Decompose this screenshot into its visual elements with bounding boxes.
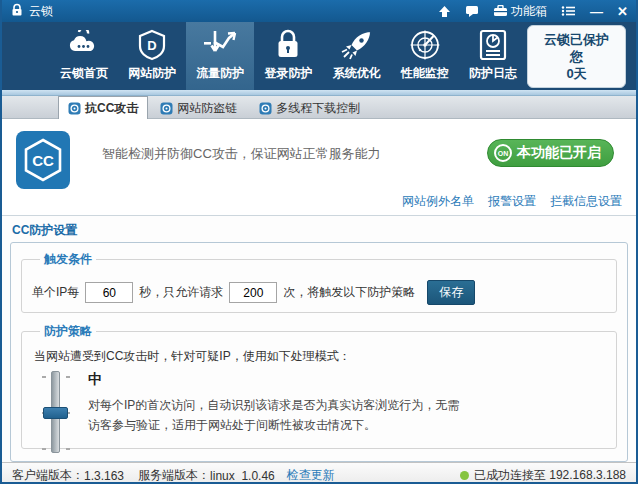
settings-section-title: CC防护设置: [12, 222, 628, 239]
nav-label-performance-monitor: 性能监控: [401, 65, 449, 82]
status-bar: 客户端版本： 1.3.163 服务端版本： linux_1.0.46 检查更新 …: [2, 462, 636, 484]
toolbox-label: 功能箱: [511, 3, 547, 20]
server-version-label: 服务端版本：: [138, 467, 210, 484]
briefcase-icon: [493, 5, 508, 17]
nav-label-traffic-protection: 流量防护: [196, 65, 244, 82]
svg-text:D: D: [148, 38, 157, 53]
tab-label-anti-cc: 抗CC攻击: [85, 100, 138, 117]
tab-shield-icon: [68, 102, 81, 115]
strategy-intro-text: 当网站遭受到CC攻击时，针对可疑IP，使用如下处理模式：: [34, 348, 606, 365]
menu-list-icon[interactable]: [561, 5, 576, 17]
client-version-label: 客户端版本：: [12, 467, 84, 484]
feedback-chat-icon[interactable]: [465, 5, 479, 17]
traffic-arrows-icon: [202, 27, 238, 63]
cc-hexagon-icon: CC: [16, 131, 70, 189]
feature-enabled-button[interactable]: ON 本功能已开启: [487, 139, 614, 167]
nav-label-system-optimize: 系统优化: [333, 65, 381, 82]
nav-item-home[interactable]: 云锁首页: [50, 22, 118, 90]
trigger-label-3: 次，将触发以下防护策略: [283, 284, 415, 301]
strategy-description-line1: 对每个IP的首次访问，自动识别该请求是否为真实访客浏览行为，无需: [88, 395, 459, 415]
feature-header: CC 智能检测并防御CC攻击，保证网站正常服务能力 ON 本功能已开启 网站例外…: [2, 119, 636, 215]
slider-tick: [42, 448, 46, 450]
nav-item-traffic-protection[interactable]: 流量防护: [186, 22, 254, 90]
tab-shield-icon: [259, 102, 272, 115]
link-website-exception-list[interactable]: 网站例外名单: [402, 193, 474, 210]
slider-tick: [66, 376, 70, 378]
app-lock-icon: [10, 3, 24, 20]
app-title: 云锁: [29, 3, 53, 20]
slider-handle[interactable]: [43, 407, 68, 419]
trigger-label-1: 单个IP每: [32, 284, 79, 301]
on-toggle-icon: ON: [494, 144, 512, 162]
connection-status-text: 已成功连接至 192.168.3.188: [474, 467, 626, 484]
link-alarm-settings[interactable]: 报警设置: [488, 193, 536, 210]
nav-item-performance-monitor[interactable]: 性能监控: [391, 22, 459, 90]
trigger-label-2: 秒，只允许请求: [139, 284, 223, 301]
feature-links: 网站例外名单 报警设置 拦截信息设置: [402, 193, 622, 210]
feature-description: 智能检测并防御CC攻击，保证网站正常服务能力: [102, 145, 381, 163]
padlock-icon: [275, 27, 301, 63]
link-block-message-settings[interactable]: 拦截信息设置: [550, 193, 622, 210]
tab-shield-icon: [160, 102, 173, 115]
title-bar: 云锁 功能箱 — ✕: [2, 0, 636, 22]
check-update-link[interactable]: 检查更新: [287, 467, 335, 484]
main-nav: 云锁首页 D 网站防护 流量防护 登录防护 系统优化: [2, 22, 636, 90]
protection-days-line1: 云锁已保护您: [538, 31, 615, 65]
requests-input[interactable]: [229, 282, 277, 303]
nav-label-home: 云锁首页: [60, 65, 108, 82]
svg-text:CC: CC: [32, 152, 54, 169]
trigger-conditions-fieldset: 触发条件 单个IP每 秒，只允许请求 次，将触发以下防护策略 保存: [21, 251, 617, 313]
strategy-description-line2: 访客参与验证，适用于网站处于间断性被攻击情况下。: [88, 415, 459, 435]
nav-item-website-protection[interactable]: D 网站防护: [118, 22, 186, 90]
sub-tab-bar: 抗CC攻击 网站防盗链 多线程下载控制: [2, 96, 636, 119]
radar-icon: [409, 27, 441, 63]
protection-strategy-legend: 防护策略: [40, 323, 96, 340]
tab-anti-leech[interactable]: 网站防盗链: [150, 97, 247, 118]
tab-multithread-download-control[interactable]: 多线程下载控制: [249, 97, 370, 118]
tab-label-multithread: 多线程下载控制: [276, 100, 360, 117]
protection-strategy-fieldset: 防护策略 当网站遭受到CC攻击时，针对可疑IP，使用如下处理模式：: [21, 323, 617, 449]
trigger-condition-row: 单个IP每 秒，只允许请求 次，将触发以下防护策略 保存: [32, 280, 606, 305]
save-button[interactable]: 保存: [427, 280, 475, 305]
seconds-input[interactable]: [85, 282, 133, 303]
settings-group-box: 触发条件 单个IP每 秒，只允许请求 次，将触发以下防护策略 保存 防护策略 当…: [10, 242, 628, 462]
minimize-button[interactable]: —: [590, 4, 603, 19]
feature-enabled-label: 本功能已开启: [517, 144, 601, 162]
cloud-home-icon: [67, 27, 101, 63]
nav-item-login-protection[interactable]: 登录防护: [254, 22, 322, 90]
tab-anti-cc-attack[interactable]: 抗CC攻击: [58, 96, 148, 119]
protection-days-badge: 云锁已保护您 0天: [527, 25, 626, 88]
shield-d-icon: D: [137, 27, 167, 63]
client-version-value: 1.3.163: [84, 469, 124, 483]
toolbox-button[interactable]: 功能箱: [493, 3, 547, 20]
nav-label-login-protection: 登录防护: [264, 65, 312, 82]
nav-label-protection-log: 防护日志: [469, 65, 517, 82]
trigger-conditions-legend: 触发条件: [40, 251, 96, 268]
slider-tick: [66, 448, 70, 450]
log-document-icon: [479, 27, 507, 63]
rocket-icon: [340, 27, 374, 63]
strategy-level-label: 中: [88, 371, 459, 389]
tab-label-anti-leech: 网站防盗链: [177, 100, 237, 117]
nav-item-system-optimize[interactable]: 系统优化: [323, 22, 391, 90]
server-version-value: linux_1.0.46: [210, 469, 275, 483]
cc-settings-panel: CC防护设置 触发条件 单个IP每 秒，只允许请求 次，将触发以下防护策略 保存…: [2, 215, 636, 462]
slider-tick: [42, 376, 46, 378]
protection-days-line2: 0天: [538, 65, 615, 82]
close-button[interactable]: ✕: [617, 4, 628, 19]
upgrade-arrow-icon[interactable]: [438, 5, 451, 18]
nav-item-protection-log[interactable]: 防护日志: [459, 22, 527, 90]
strategy-level-slider[interactable]: [36, 371, 76, 453]
connected-status-icon: [460, 471, 469, 480]
app-window: 云锁 功能箱 — ✕ 云锁首页 D: [0, 0, 638, 484]
nav-label-website-protection: 网站防护: [128, 65, 176, 82]
